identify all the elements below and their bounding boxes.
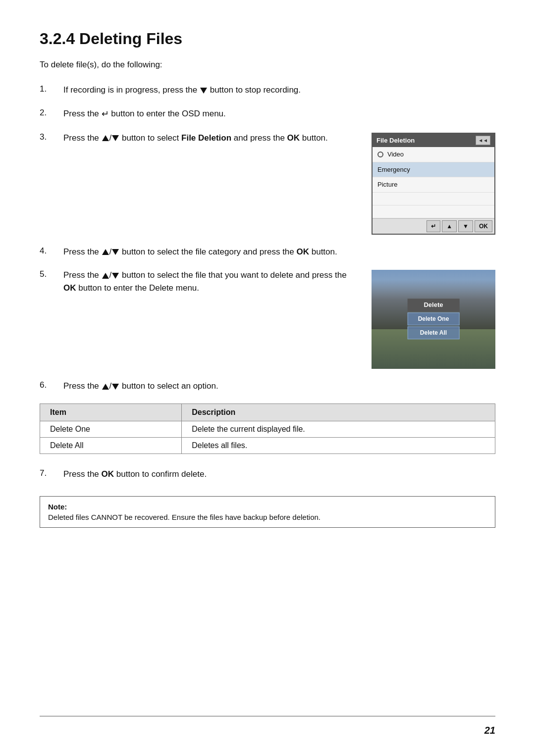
osd-row-picture: Picture — [373, 177, 494, 193]
options-table: Item Description Delete One Delete the c… — [40, 403, 495, 454]
table-cell-delete-one: Delete One — [40, 421, 182, 437]
table-row: Delete One Delete the current displayed … — [40, 421, 495, 437]
step-5-content: Press the / button to select the file th… — [63, 269, 495, 369]
down-arrow-icon-4 — [112, 249, 119, 255]
intro-text: To delete file(s), do the following: — [40, 60, 495, 70]
note-label: Note: — [48, 503, 487, 511]
step-4: 4. Press the / button to select the file… — [40, 246, 495, 258]
table-cell-delete-all: Delete All — [40, 437, 182, 454]
osd-title: File Deletion — [376, 136, 415, 146]
ok-bold-3: OK — [287, 133, 300, 143]
osd-row-empty-1 — [373, 193, 494, 205]
delete-all-item: Delete All — [408, 326, 460, 339]
page-title: 3.2.4 Deleting Files — [40, 30, 495, 48]
step-2-number: 2. — [40, 107, 63, 118]
up-arrow-icon-3 — [102, 135, 109, 141]
file-deletion-bold: File Deletion — [181, 133, 231, 143]
osd-panel: File Deletion ◄◄ Video Emergency Picture — [372, 133, 495, 235]
step-3-text: Press the / button to select File Deleti… — [63, 132, 356, 145]
down-arrow-icon-5 — [112, 273, 119, 279]
page-number: 21 — [484, 725, 495, 736]
osd-controls: ↵ ▲ ▼ OK — [373, 218, 494, 234]
osd-row-empty-2 — [373, 205, 494, 218]
osd-label-emergency: Emergency — [377, 165, 410, 175]
step-5-text: Press the / button to select the file th… — [63, 269, 356, 294]
step-6-content: Press the / button to select an option. — [63, 380, 495, 393]
osd-btn-return[interactable]: ↵ — [427, 220, 440, 232]
table-header-item: Item — [40, 403, 182, 421]
osd-btn-up[interactable]: ▲ — [442, 220, 457, 232]
step-3-content: Press the / button to select File Deleti… — [63, 132, 495, 235]
step-5: 5. Press the / button to select the file… — [40, 269, 495, 369]
battery-icon: ◄◄ — [476, 136, 490, 145]
step-5-number: 5. — [40, 269, 63, 279]
bottom-divider — [40, 716, 495, 716]
down-arrow-icon-6 — [112, 384, 119, 390]
up-arrow-icon-5 — [102, 273, 109, 279]
step-4-number: 4. — [40, 246, 63, 256]
osd-row-emergency: Emergency — [373, 162, 494, 178]
osd-label-picture: Picture — [377, 180, 397, 190]
radio-icon-video — [377, 151, 383, 157]
step-1-number: 1. — [40, 84, 63, 94]
up-arrow-icon-4 — [102, 249, 109, 255]
table-cell-delete-one-desc: Delete the current displayed file. — [182, 421, 495, 437]
step-1-content: If recording is in progress, press the b… — [63, 84, 495, 97]
delete-menu-title: Delete — [408, 299, 460, 311]
table-cell-delete-all-desc: Deletes all files. — [182, 437, 495, 454]
table-header-description: Description — [182, 403, 495, 421]
delete-screenshot: Delete Delete One Delete All — [372, 270, 495, 369]
down-arrow-icon-3 — [112, 135, 119, 141]
step-4-content: Press the / button to select the file ca… — [63, 246, 495, 258]
osd-title-bar: File Deletion ◄◄ — [373, 134, 494, 148]
delete-one-item: Delete One — [408, 312, 460, 325]
up-arrow-icon-6 — [102, 384, 109, 390]
table-header-row: Item Description — [40, 403, 495, 421]
osd-btn-down[interactable]: ▼ — [458, 220, 473, 232]
step-6: 6. Press the / button to select an optio… — [40, 380, 495, 393]
step-7-content: Press the OK button to confirm delete. — [63, 468, 495, 481]
osd-btn-ok[interactable]: OK — [475, 220, 492, 232]
step-3: 3. Press the / button to select File Del… — [40, 132, 495, 235]
osd-row-video: Video — [373, 147, 494, 162]
step-1: 1. If recording is in progress, press th… — [40, 84, 495, 97]
step-7-number: 7. — [40, 468, 63, 478]
down-arrow-icon — [200, 88, 207, 94]
ok-bold-7: OK — [102, 469, 114, 479]
table-row: Delete All Deletes all files. — [40, 437, 495, 454]
delete-menu-overlay: Delete Delete One Delete All — [408, 299, 460, 340]
step-7: 7. Press the OK button to confirm delete… — [40, 468, 495, 481]
note-text: Deleted files CANNOT be recovered. Ensur… — [48, 513, 487, 521]
ok-bold-4: OK — [297, 247, 310, 256]
step-2-content: Press the ↵ button to enter the OSD menu… — [63, 107, 495, 121]
return-icon: ↵ — [102, 109, 109, 119]
step-6-number: 6. — [40, 380, 63, 390]
ok-bold-5: OK — [63, 283, 76, 293]
step-3-number: 3. — [40, 132, 63, 142]
note-box: Note: Deleted files CANNOT be recovered.… — [40, 496, 495, 528]
osd-label-video: Video — [387, 150, 404, 159]
step-2: 2. Press the ↵ button to enter the OSD m… — [40, 107, 495, 121]
